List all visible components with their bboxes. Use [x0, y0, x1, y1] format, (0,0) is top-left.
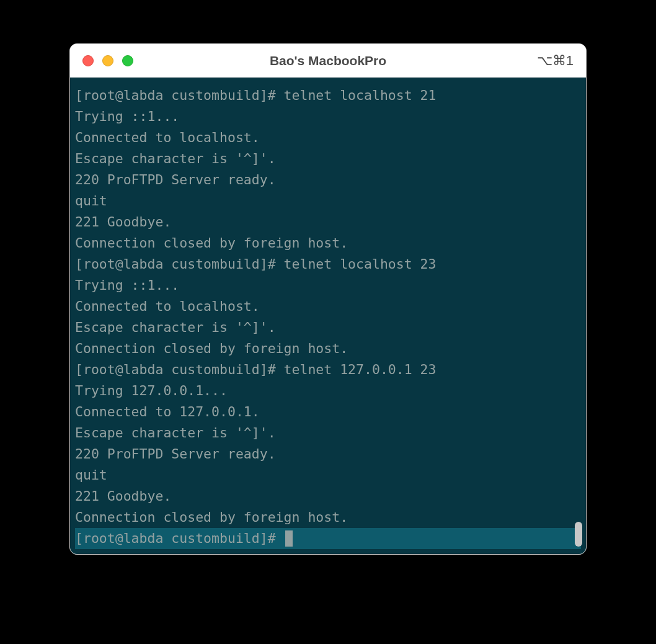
terminal-line: Trying ::1... [75, 275, 581, 296]
window-title: Bao's MacbookPro [270, 53, 386, 68]
terminal-line: [root@labda custombuild]# telnet localho… [75, 254, 581, 275]
close-button[interactable] [82, 55, 94, 66]
terminal-line: Connected to localhost. [75, 296, 581, 317]
terminal-line: Connection closed by foreign host. [75, 233, 581, 254]
window-titlebar[interactable]: Bao's MacbookPro ⌥⌘1 [70, 44, 586, 78]
traffic-lights [82, 55, 133, 66]
terminal-line: Connection closed by foreign host. [75, 507, 581, 528]
terminal-line: Connected to localhost. [75, 127, 581, 148]
terminal-line: 221 Goodbye. [75, 486, 581, 507]
terminal-line: 220 ProFTPD Server ready. [75, 169, 581, 190]
terminal-line: Escape character is '^]'. [75, 317, 581, 338]
terminal-line: quit [75, 190, 581, 212]
terminal-line: Connected to 127.0.0.1. [75, 401, 581, 423]
minimize-button[interactable] [102, 55, 113, 66]
terminal-line: [root@labda custombuild]# telnet 127.0.0… [75, 359, 581, 380]
cursor [285, 530, 293, 547]
scrollbar-track[interactable] [574, 78, 582, 554]
terminal-body[interactable]: [root@labda custombuild]# telnet localho… [70, 78, 586, 554]
terminal-line: Connection closed by foreign host. [75, 338, 581, 359]
terminal-line: 220 ProFTPD Server ready. [75, 444, 581, 465]
maximize-button[interactable] [122, 55, 133, 66]
terminal-line: Escape character is '^]'. [75, 423, 581, 444]
terminal-line: 221 Goodbye. [75, 212, 581, 233]
terminal-line: Escape character is '^]'. [75, 148, 581, 169]
scrollbar-thumb[interactable] [575, 522, 582, 547]
terminal-line: Trying 127.0.0.1... [75, 380, 581, 401]
terminal-prompt: [root@labda custombuild]# [75, 528, 284, 549]
terminal-line: Trying ::1... [75, 106, 581, 127]
terminal-window: Bao's MacbookPro ⌥⌘1 [root@labda customb… [69, 43, 587, 555]
window-shortcut: ⌥⌘1 [537, 53, 574, 69]
terminal-line: quit [75, 465, 581, 486]
terminal-prompt-line[interactable]: [root@labda custombuild]# [75, 528, 581, 549]
terminal-line: [root@labda custombuild]# telnet localho… [75, 85, 581, 106]
